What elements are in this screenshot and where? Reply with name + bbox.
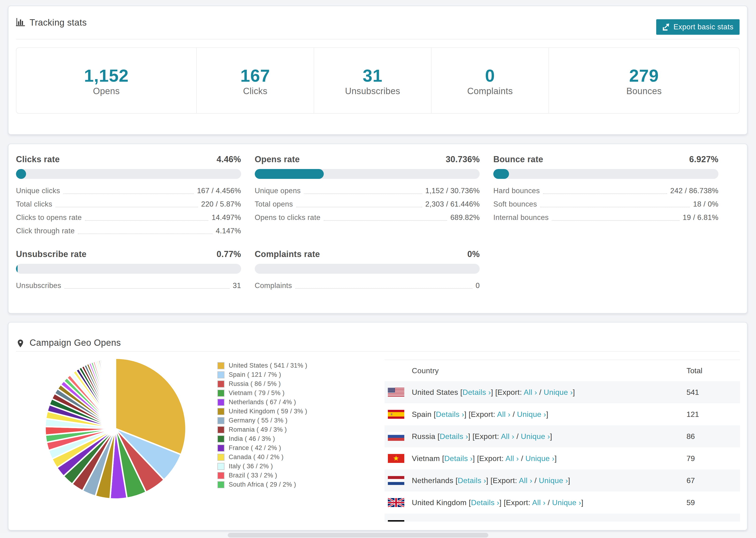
stat-value: 279 [629, 67, 659, 84]
details-link[interactable]: Details › [444, 454, 473, 463]
legend-item-romania[interactable]: Romania ( 49 / 3% ) [217, 425, 307, 434]
tracking-stats-title: Tracking stats [29, 18, 87, 28]
geo-opens-table: CountryTotalUnited States [Details ›] [E… [385, 360, 740, 521]
legend-item-india[interactable]: India ( 46 / 3% ) [217, 434, 307, 443]
legend-swatch [217, 390, 225, 397]
country-flag [388, 388, 404, 397]
flag-vn-icon [388, 454, 404, 463]
stat-label: Bounces [626, 86, 662, 96]
country-name: Russia [412, 432, 435, 441]
rate-progress-bar [255, 264, 480, 274]
flag-us-icon [388, 388, 404, 397]
tracking-stats-page: Tracking stats Export basic stats 1,152O… [0, 0, 756, 538]
flag-de-icon [388, 520, 404, 521]
export-all-link[interactable]: All › [519, 476, 532, 485]
rates-grid: Clicks rate4.46%Unique clicks167 / 4.456… [9, 144, 747, 292]
export-unique-link[interactable]: Unique › [544, 388, 573, 397]
legend-item-south-africa[interactable]: South Africa ( 29 / 2% ) [217, 480, 307, 489]
total-column-header: Total [686, 366, 702, 375]
export-basic-stats-button[interactable]: Export basic stats [656, 19, 739, 35]
export-unique-link[interactable]: Unique › [525, 454, 555, 463]
rate-progress-bar [16, 264, 241, 274]
details-link[interactable]: Details › [458, 476, 486, 485]
legend-item-spain[interactable]: Spain ( 121 / 7% ) [217, 370, 307, 379]
stat-label: Unsubscribes [345, 86, 400, 96]
rate-value: 0.77% [217, 249, 241, 259]
export-unique-link[interactable]: Unique › [552, 498, 581, 507]
export-all-link[interactable]: All › [523, 388, 537, 397]
stat-complaints: 0Complaints [431, 48, 549, 113]
legend-swatch [217, 381, 225, 388]
geo-table-row-us: United States [Details ›] [Export: All ›… [385, 381, 740, 403]
dotted-leader [65, 288, 230, 289]
horizontal-scrollbar-track[interactable] [0, 532, 756, 538]
rate-title: Opens rate [255, 154, 300, 164]
country-name: Vietnam [412, 454, 440, 463]
geo-opens-pie-chart[interactable] [16, 351, 373, 530]
horizontal-scrollbar-thumb[interactable] [228, 533, 488, 538]
rate-value: 30.736% [446, 154, 480, 164]
rate-row: Unsubscribes31 [16, 279, 241, 292]
bar-chart-icon [16, 18, 25, 27]
country-flag [388, 432, 404, 441]
rate-title: Unsubscribe rate [16, 249, 87, 259]
dotted-leader [324, 220, 447, 221]
rate-row: Internal bounces19 / 6.81% [493, 211, 719, 224]
export-all-link[interactable]: All › [497, 410, 511, 418]
rate-title: Clicks rate [16, 154, 60, 164]
legend-item-russia[interactable]: Russia ( 86 / 5% ) [217, 379, 307, 389]
export-all-link[interactable]: All › [506, 454, 519, 463]
flag-gb-icon [388, 498, 404, 507]
country-total: 121 [686, 410, 699, 419]
legend-item-canada[interactable]: Canada ( 40 / 2% ) [217, 453, 307, 462]
campaign-geo-content: United States ( 541 / 31% )Spain ( 121 /… [16, 351, 739, 530]
legend-item-united-states[interactable]: United States ( 541 / 31% ) [217, 361, 307, 370]
country-total: 79 [686, 454, 695, 463]
stats-summary-row: 1,152Opens167Clicks31Unsubscribes0Compla… [16, 47, 739, 114]
rate-block-opens-rate: Opens rate30.736%Unique opens1,152 / 30.… [255, 154, 480, 238]
campaign-geo-header: Campaign Geo Opens [16, 323, 739, 351]
geo-table-row-es: Spain [Details ›] [Export: All › / Uniqu… [385, 403, 740, 425]
country-flag [388, 410, 404, 419]
legend-swatch [217, 435, 225, 443]
stat-opens: 1,152Opens [17, 48, 196, 113]
legend-swatch [217, 408, 225, 415]
pie-slice[interactable] [115, 358, 116, 429]
legend-item-italy[interactable]: Italy ( 36 / 2% ) [217, 462, 307, 471]
legend-swatch [217, 463, 225, 470]
rate-value: 6.927% [689, 154, 719, 164]
legend-item-germany[interactable]: Germany ( 55 / 3% ) [217, 416, 307, 425]
dotted-leader [78, 234, 212, 234]
tracking-stats-header: Tracking stats Export basic stats [16, 6, 739, 39]
details-link[interactable]: Details › [471, 498, 499, 507]
stat-value: 0 [485, 67, 495, 84]
dotted-leader [56, 207, 198, 207]
rate-value: 0% [467, 249, 480, 259]
export-unique-link[interactable]: Unique › [521, 432, 550, 441]
export-unique-link[interactable]: Unique › [529, 520, 558, 522]
dotted-leader [540, 207, 690, 207]
dotted-leader [85, 220, 208, 221]
export-unique-link[interactable]: Unique › [539, 476, 568, 485]
rate-row: Unique clicks167 / 4.456% [16, 184, 241, 197]
details-link[interactable]: Details › [440, 432, 468, 441]
legend-item-united-kingdom[interactable]: United Kingdom ( 59 / 3% ) [217, 407, 307, 416]
export-unique-link[interactable]: Unique › [517, 410, 546, 418]
legend-item-netherlands[interactable]: Netherlands ( 67 / 4% ) [217, 398, 307, 407]
export-all-link[interactable]: All › [509, 520, 522, 522]
geo-table-row-nl: Netherlands [Details ›] [Export: All › /… [385, 469, 740, 492]
export-all-link[interactable]: All › [501, 432, 514, 441]
details-link[interactable]: Details › [462, 388, 491, 397]
geo-table-header: CountryTotal [385, 360, 740, 381]
country-total: 67 [686, 476, 695, 485]
details-link[interactable]: Details › [448, 520, 476, 522]
legend-item-vietnam[interactable]: Vietnam ( 79 / 5% ) [217, 389, 307, 398]
map-pin-icon [16, 339, 25, 348]
country-name: Germany [412, 520, 443, 522]
details-link[interactable]: Details › [436, 410, 464, 418]
rate-block-clicks-rate: Clicks rate4.46%Unique clicks167 / 4.456… [16, 154, 241, 238]
legend-item-brazil[interactable]: Brazil ( 33 / 2% ) [217, 471, 307, 480]
rates-card: Clicks rate4.46%Unique clicks167 / 4.456… [8, 144, 747, 314]
export-all-link[interactable]: All › [532, 498, 545, 507]
legend-item-france[interactable]: France ( 42 / 2% ) [217, 443, 307, 453]
